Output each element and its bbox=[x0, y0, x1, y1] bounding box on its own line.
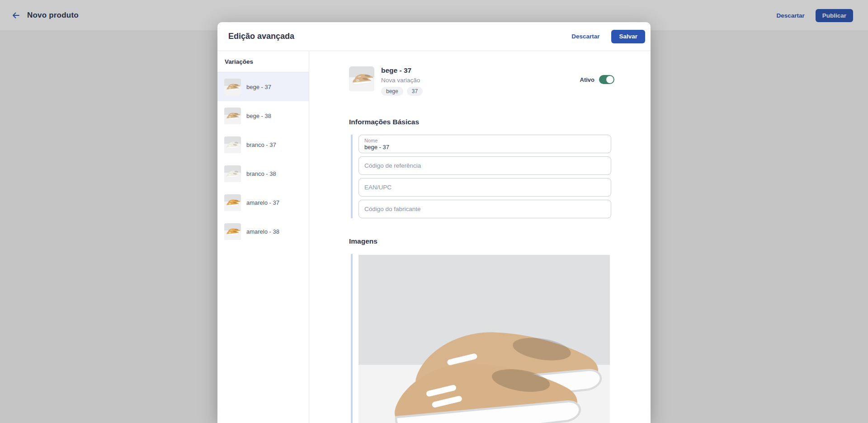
variant-list: bege - 37 bege - 38 branco - 37 branco -… bbox=[217, 72, 309, 246]
name-input[interactable] bbox=[364, 144, 605, 150]
name-field[interactable]: Nome bbox=[359, 135, 611, 153]
variant-chip-color: bege bbox=[381, 87, 403, 96]
variant-thumbnail bbox=[224, 136, 241, 153]
variant-item-label: bege - 38 bbox=[246, 113, 271, 119]
variant-photo bbox=[349, 66, 374, 91]
variant-list-item[interactable]: branco - 37 bbox=[217, 130, 309, 159]
variant-item-label: branco - 38 bbox=[246, 170, 276, 177]
variant-item-label: amarelo - 38 bbox=[246, 228, 279, 235]
product-image-thumbnail[interactable] bbox=[359, 255, 610, 423]
screen: Novo produto Descartar Publicar Edição a… bbox=[0, 0, 868, 423]
variant-item-label: branco - 37 bbox=[246, 141, 276, 148]
active-toggle[interactable] bbox=[599, 75, 614, 84]
variant-list-item[interactable]: bege - 37 bbox=[217, 72, 309, 101]
reference-code-input[interactable] bbox=[359, 156, 611, 175]
variants-sidebar: Variações bege - 37 bege - 38 branco - 3… bbox=[217, 51, 309, 423]
variant-thumbnail bbox=[224, 108, 241, 124]
images-group bbox=[351, 254, 610, 423]
save-button[interactable]: Salvar bbox=[611, 30, 645, 43]
modal-discard-button[interactable]: Descartar bbox=[571, 33, 599, 40]
variant-list-item[interactable]: bege - 38 bbox=[217, 101, 309, 130]
advanced-edit-modal: Edição avançada Descartar Salvar Variaçõ… bbox=[217, 22, 651, 423]
modal-header: Edição avançada Descartar Salvar bbox=[217, 22, 651, 51]
variant-list-item[interactable]: amarelo - 38 bbox=[217, 217, 309, 246]
basic-info-section-title: Informações Básicas bbox=[349, 118, 610, 126]
variant-thumbnail bbox=[224, 194, 241, 211]
modal-title: Edição avançada bbox=[228, 32, 294, 41]
variant-thumbnail bbox=[224, 79, 241, 95]
manufacturer-code-input[interactable] bbox=[359, 200, 611, 218]
ean-upc-input[interactable] bbox=[359, 178, 611, 197]
active-label: Ativo bbox=[580, 76, 595, 83]
name-field-label: Nome bbox=[364, 138, 605, 144]
variant-list-item[interactable]: branco - 38 bbox=[217, 159, 309, 188]
variant-header: bege - 37 Nova variação bege 37 Ativo bbox=[349, 66, 610, 96]
variant-chip-size: 37 bbox=[407, 87, 423, 96]
variant-item-label: amarelo - 37 bbox=[246, 199, 279, 206]
images-section-title: Imagens bbox=[349, 237, 610, 245]
variant-name: bege - 37 bbox=[381, 66, 423, 75]
variant-item-label: bege - 37 bbox=[246, 84, 271, 90]
variants-sidebar-title: Variações bbox=[217, 51, 309, 72]
variant-detail-panel: bege - 37 Nova variação bege 37 Ativo In… bbox=[309, 51, 651, 423]
variant-subtitle: Nova variação bbox=[381, 77, 423, 84]
variant-thumbnail bbox=[224, 223, 241, 240]
variant-list-item[interactable]: amarelo - 37 bbox=[217, 188, 309, 217]
basic-info-group: Nome bbox=[351, 135, 610, 218]
variant-thumbnail bbox=[224, 165, 241, 182]
